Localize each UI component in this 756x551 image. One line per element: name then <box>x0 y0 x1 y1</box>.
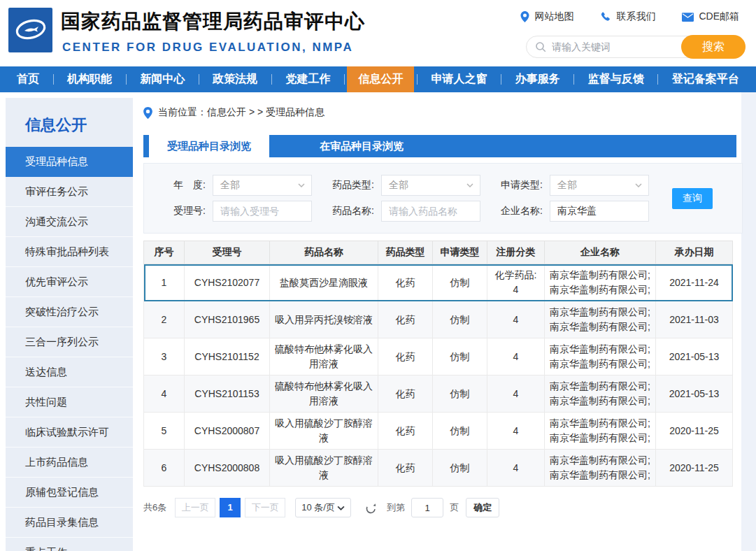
table-cell: 2021-11-03 <box>656 301 733 338</box>
nav-item-2[interactable]: 新闻中心 <box>129 66 196 92</box>
table-cell: 南京华盖制药有限公司;南京华盖制药有限公司; <box>545 264 656 301</box>
tab-0[interactable]: 受理品种目录浏览 <box>149 135 269 157</box>
sidebar-item-9[interactable]: 临床试验默示许可 <box>6 417 133 448</box>
filter-panel: 年 度:全部药品类型:全部申请类型:全部受理号:药品名称:企业名称: 查询 <box>143 163 743 234</box>
table-cell: CYHS2101152 <box>185 338 270 375</box>
table-cell: CYHS2000808 <box>185 450 270 487</box>
filter-select[interactable]: 全部 <box>213 175 312 196</box>
goto-page-unit: 页 <box>450 501 459 514</box>
table-cell: 化药 <box>378 301 433 338</box>
sidebar-title: 信息公开 <box>6 98 133 147</box>
table-cell: 仿制 <box>433 375 487 413</box>
column-header: 申请类型 <box>433 241 487 264</box>
tab-1[interactable]: 在审品种目录浏览 <box>301 135 422 157</box>
table-row[interactable]: 4CYHS2101153硫酸特布他林雾化吸入用溶液化药仿制4南京华盖制药有限公司… <box>144 375 733 413</box>
sidebar-item-6[interactable]: 三合一序列公示 <box>6 327 133 357</box>
goto-page-input[interactable] <box>411 498 443 517</box>
sidebar-item-5[interactable]: 突破性治疗公示 <box>6 297 133 327</box>
sidebar-item-3[interactable]: 特殊审批品种列表 <box>6 237 133 267</box>
sidebar-item-11[interactable]: 原辅包登记信息 <box>6 478 133 508</box>
table-cell: 南京华盖制药有限公司;南京华盖制药有限公司; <box>545 375 656 413</box>
table-row[interactable]: 1CYHS2102077盐酸莫西沙星滴眼液化药仿制化学药品: 4南京华盖制药有限… <box>144 264 733 301</box>
table-cell: 2020-11-25 <box>656 413 733 450</box>
table-cell: 硫酸特布他林雾化吸入用溶液 <box>270 375 378 413</box>
page-content: 信息公开 受理品种信息审评任务公示沟通交流公示特殊审批品种列表优先审评公示突破性… <box>0 92 756 551</box>
table-row[interactable]: 6CYHS2000808吸入用硫酸沙丁胺醇溶液化药仿制4南京华盖制药有限公司;南… <box>144 450 733 487</box>
nav-separator <box>126 74 127 85</box>
table-row[interactable]: 3CYHS2101152硫酸特布他林雾化吸入用溶液化药仿制4南京华盖制药有限公司… <box>144 338 733 375</box>
sidebar-item-0[interactable]: 受理品种信息 <box>6 147 133 177</box>
nav-item-5[interactable]: 信息公开 <box>347 66 414 92</box>
filter-input[interactable] <box>550 201 649 222</box>
search-button[interactable]: 搜索 <box>681 35 746 59</box>
site-title: 国家药品监督管理局药品审评中心 <box>61 8 365 35</box>
table-cell: 3 <box>144 338 185 375</box>
sidebar-item-4[interactable]: 优先审评公示 <box>6 267 133 297</box>
table-cell: 仿制 <box>433 413 487 450</box>
nav-separator <box>573 74 574 85</box>
nav-item-1[interactable]: 机构职能 <box>56 66 123 92</box>
query-button[interactable]: 查询 <box>672 188 713 209</box>
table-cell: 盐酸莫西沙星滴眼液 <box>270 264 378 301</box>
table-row[interactable]: 5CYHS2000807吸入用硫酸沙丁胺醇溶液化药仿制4南京华盖制药有限公司;南… <box>144 413 733 450</box>
cde-logo[interactable] <box>8 8 52 52</box>
goto-page-label: 到第 <box>387 501 405 514</box>
sidebar-item-1[interactable]: 审评任务公示 <box>6 177 133 207</box>
top-link-0[interactable]: 网站地图 <box>520 10 573 23</box>
nav-item-4[interactable]: 党建工作 <box>274 66 341 92</box>
search-input[interactable] <box>546 41 682 52</box>
nav-item-3[interactable]: 政策法规 <box>201 66 269 92</box>
main-panel: 当前位置：信息公开 > > 受理品种信息 受理品种目录浏览在审品种目录浏览 年 … <box>143 92 736 517</box>
next-page-button[interactable]: 下一页 <box>245 498 285 517</box>
sidebar-item-10[interactable]: 上市药品信息 <box>6 448 133 478</box>
table-cell: 化药 <box>378 338 433 375</box>
filter-select[interactable]: 全部 <box>381 175 480 196</box>
table-cell: 南京华盖制药有限公司;南京华盖制药有限公司; <box>545 450 656 487</box>
table-row[interactable]: 2CYHS2101965吸入用异丙托溴铵溶液化药仿制4南京华盖制药有限公司;南京… <box>144 301 733 338</box>
sidebar-item-7[interactable]: 送达信息 <box>6 357 133 387</box>
filter-label: 药品名称: <box>322 205 374 217</box>
page-size-select[interactable]: 10 条/页 <box>295 498 351 517</box>
filter-input[interactable] <box>213 201 312 222</box>
nav-item-0[interactable]: 首页 <box>6 66 50 92</box>
filter-field-0-0: 年 度:全部 <box>154 175 312 196</box>
table-cell: 仿制 <box>433 338 487 375</box>
table-cell: 化药 <box>378 375 433 413</box>
confirm-button[interactable]: 确定 <box>466 498 499 517</box>
table-cell: 2 <box>144 301 185 338</box>
table-cell: 2021-05-13 <box>656 375 733 413</box>
sidebar-item-2[interactable]: 沟通交流公示 <box>6 207 133 237</box>
sidebar-item-8[interactable]: 共性问题 <box>6 387 133 417</box>
chevron-down-icon <box>466 183 473 187</box>
nav-item-6[interactable]: 申请人之窗 <box>420 66 499 92</box>
table-cell: 4 <box>487 375 545 413</box>
filter-select[interactable]: 全部 <box>550 175 649 196</box>
column-header: 注册分类 <box>487 241 545 264</box>
table-cell: 硫酸特布他林雾化吸入用溶液 <box>270 338 378 375</box>
table-cell: 6 <box>144 450 185 487</box>
table-cell: 化药 <box>378 264 433 301</box>
nav-item-7[interactable]: 办事服务 <box>504 66 571 92</box>
table-cell: 仿制 <box>433 264 487 301</box>
sidebar-item-13[interactable]: 重点工作 <box>6 538 133 551</box>
nav-item-8[interactable]: 监督与反馈 <box>577 66 655 92</box>
top-link-label: 联系我们 <box>616 10 655 23</box>
sidebar-item-12[interactable]: 药品目录集信息 <box>6 508 133 538</box>
filter-input[interactable] <box>381 201 480 222</box>
filter-select-value: 全部 <box>550 179 635 192</box>
table-cell: 2021-11-24 <box>656 264 733 301</box>
sidebar: 信息公开 受理品种信息审评任务公示沟通交流公示特殊审批品种列表优先审评公示突破性… <box>6 98 133 551</box>
top-link-1[interactable]: 联系我们 <box>600 10 655 23</box>
search-icon <box>535 41 546 52</box>
mail-icon <box>682 13 694 22</box>
top-link-2[interactable]: CDE邮箱 <box>682 10 739 23</box>
prev-page-button[interactable]: 上一页 <box>175 498 215 517</box>
page-right-gutter <box>741 92 756 551</box>
filter-row-0: 年 度:全部药品类型:全部申请类型:全部 <box>154 175 742 196</box>
chevron-down-icon <box>298 183 305 187</box>
nav-item-9[interactable]: 登记备案平台 <box>661 66 750 92</box>
table-cell: 南京华盖制药有限公司;南京华盖制药有限公司; <box>545 413 656 450</box>
page-number-button[interactable]: 1 <box>220 498 241 517</box>
table-cell: 1 <box>144 264 185 301</box>
refresh-icon[interactable] <box>365 502 377 514</box>
